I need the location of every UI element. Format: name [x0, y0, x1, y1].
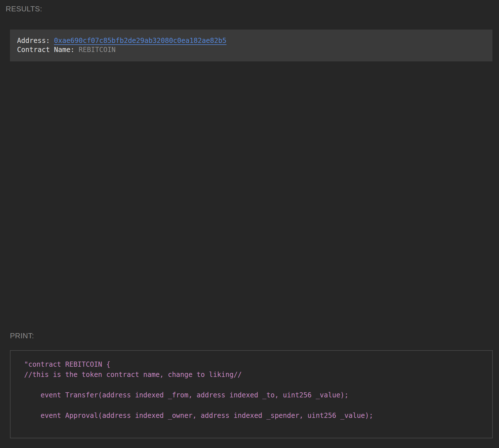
print-output-box: "contract REBITCOIN { //this is the toke…	[10, 350, 493, 438]
results-heading: RESULTS:	[6, 5, 42, 13]
contract-result-card: Address: 0xae690cf07c85bfb2de29ab32080c0…	[10, 30, 492, 61]
print-heading: PRINT:	[10, 331, 34, 340]
contract-name-row: Contract Name: REBITCOIN	[17, 45, 492, 54]
contract-name-label: Contract Name:	[17, 46, 79, 54]
contract-name-value: REBITCOIN	[79, 46, 116, 54]
address-row: Address: 0xae690cf07c85bfb2de29ab32080c0…	[17, 36, 492, 45]
contract-source-code: "contract REBITCOIN { //this is the toke…	[11, 351, 492, 421]
address-label: Address:	[17, 37, 54, 45]
contract-address-link[interactable]: 0xae690cf07c85bfb2de29ab32080c0ea182ae82…	[54, 37, 226, 45]
